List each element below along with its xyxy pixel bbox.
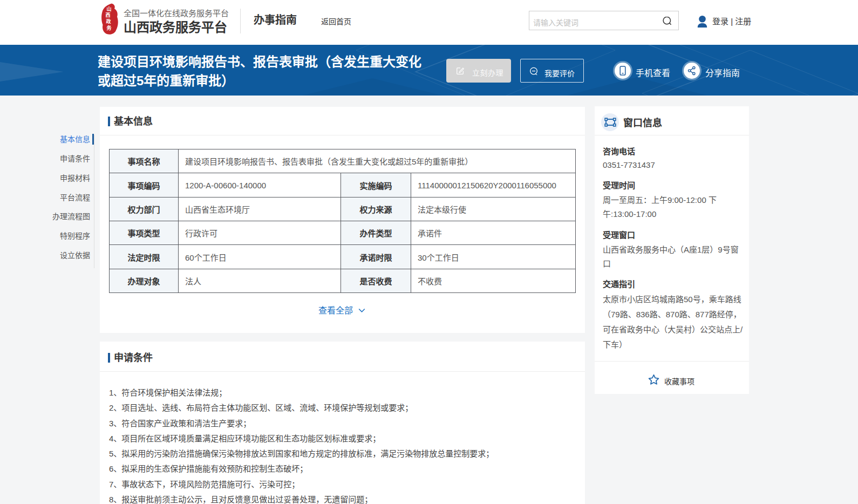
svg-text:务: 务 <box>106 25 112 31</box>
svg-text:山: 山 <box>106 6 111 12</box>
svg-text:西: 西 <box>105 12 110 18</box>
svg-text:政: 政 <box>106 18 111 24</box>
